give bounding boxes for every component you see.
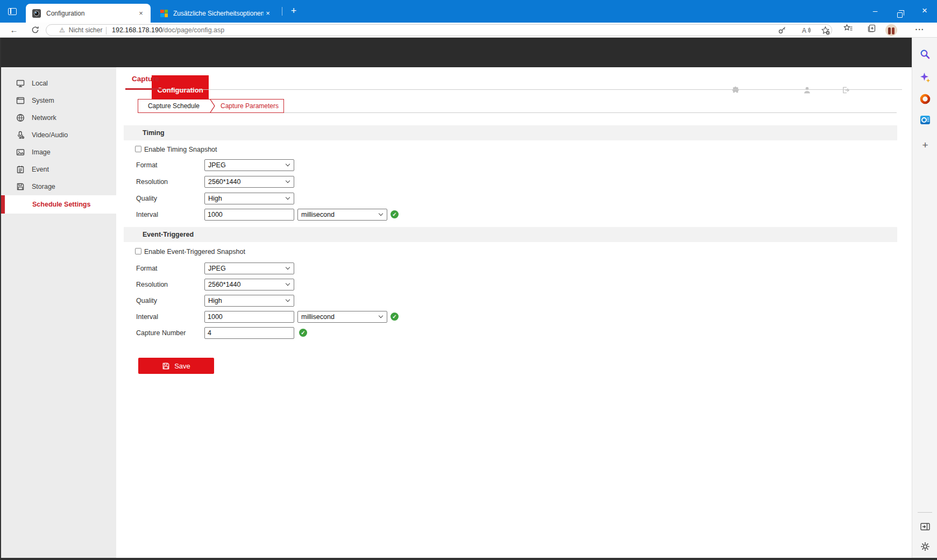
sidebar-item-local[interactable]: Local <box>1 75 116 92</box>
browser-titlebar: Configuration Zusätzliche Sicherheitsopt… <box>0 0 937 23</box>
tab-capture-schedule[interactable]: Capture Schedule <box>138 100 209 112</box>
office-icon[interactable] <box>920 94 931 104</box>
enable-timing-checkbox[interactable] <box>135 146 141 152</box>
tab-divider <box>282 7 282 16</box>
timing-interval-unit-select[interactable]: millisecond <box>297 209 387 221</box>
tab-title: Configuration <box>46 10 137 17</box>
window-left-edge <box>0 38 1 560</box>
timing-quality-row: Quality High <box>124 193 823 204</box>
enable-event-checkbox[interactable] <box>135 248 141 254</box>
title-divider <box>125 89 902 90</box>
search-icon[interactable] <box>920 49 931 60</box>
sidebar-item-video-audio[interactable]: Video/Audio <box>1 126 116 144</box>
event-format-select[interactable]: JPEG <box>204 263 294 274</box>
picture-icon <box>16 148 25 157</box>
profile-avatar[interactable] <box>885 24 897 36</box>
logout-icon <box>842 86 850 94</box>
chevron-down-icon <box>379 211 383 216</box>
edge-sidebar <box>912 38 937 560</box>
tabs-divider <box>278 112 897 113</box>
puzzle-icon <box>732 86 740 94</box>
download-plugin-button[interactable]: Download Plug-in <box>732 86 793 94</box>
close-tab-icon[interactable] <box>137 9 145 18</box>
capture-number-row: Capture Number <box>124 327 823 339</box>
sidebar-item-network[interactable]: Network <box>1 109 116 126</box>
password-key-icon[interactable] <box>778 26 789 36</box>
event-quality-select[interactable]: High <box>204 295 294 307</box>
favorites-bar-icon[interactable] <box>841 24 854 37</box>
timing-interval-row: Interval millisecond <box>124 209 823 221</box>
sidebar-item-image[interactable]: Image <box>1 144 116 161</box>
event-resolution-select[interactable]: 2560*1440 <box>204 279 294 290</box>
sidebar-item-schedule-settings[interactable]: Schedule Settings <box>1 195 116 214</box>
add-sidebar-item-icon[interactable] <box>920 140 931 151</box>
event-resolution-row: Resolution 2560*1440 <box>124 279 823 290</box>
collections-icon[interactable] <box>865 24 878 37</box>
browser-tab-configuration[interactable]: Configuration <box>26 4 151 23</box>
tab-title: Zusätzliche Sicherheitsoptionen <box>173 10 264 17</box>
chevron-down-icon <box>286 179 290 183</box>
browser-toolbar: Nicht sicher 192.168.178.190/doc/page/co… <box>0 23 937 38</box>
not-secure-warning-icon[interactable]: Nicht sicher <box>59 25 102 37</box>
copilot-icon[interactable] <box>920 72 931 83</box>
sidebar-item-event[interactable]: Event <box>1 161 116 178</box>
window-bottom-edge <box>0 558 937 560</box>
chevron-down-icon <box>286 195 290 200</box>
capture-tabs: Capture Schedule Capture Parameters <box>138 99 284 113</box>
timing-interval-input[interactable] <box>204 209 294 221</box>
sidebar-item-system[interactable]: System <box>1 92 116 109</box>
sidebar-divider <box>918 512 932 513</box>
window-icon <box>16 96 25 105</box>
timing-resolution-select[interactable]: 2560*1440 <box>204 176 294 188</box>
browser-tab-security-options[interactable]: Zusätzliche Sicherheitsoptionen <box>155 4 278 23</box>
settings-gear-icon[interactable] <box>920 541 931 552</box>
timing-format-row: Format JPEG <box>124 159 823 171</box>
valid-check-icon <box>391 210 399 218</box>
svg-text:A: A <box>802 27 806 34</box>
title-active-underline <box>125 88 162 90</box>
outlook-icon[interactable] <box>920 115 931 125</box>
event-interval-input[interactable] <box>204 311 294 323</box>
refresh-button[interactable] <box>27 23 42 38</box>
timing-format-select[interactable]: JPEG <box>204 159 294 171</box>
close-window-button[interactable] <box>912 0 937 23</box>
minimize-button[interactable] <box>863 0 888 23</box>
sidebar-item-storage[interactable]: Storage <box>1 178 116 195</box>
chevron-down-icon <box>286 265 290 270</box>
camera-favicon-icon <box>32 9 41 18</box>
chevron-down-icon <box>379 314 383 318</box>
globe-icon <box>16 114 25 122</box>
event-interval-row: Interval millisecond <box>124 311 823 323</box>
tab-capture-parameters[interactable]: Capture Parameters <box>216 100 283 112</box>
capture-number-input[interactable] <box>204 327 294 339</box>
event-quality-row: Quality High <box>124 295 823 307</box>
timing-quality-select[interactable]: High <box>204 193 294 204</box>
chevron-down-icon <box>286 297 290 302</box>
address-bar[interactable]: Nicht sicher 192.168.178.190/doc/page/co… <box>46 24 832 36</box>
open-in-sidebar-icon[interactable] <box>920 521 931 532</box>
tab-actions-button[interactable] <box>4 4 20 19</box>
chevron-down-icon <box>286 281 290 286</box>
valid-check-icon <box>299 329 307 337</box>
microphone-icon <box>16 131 25 139</box>
logout-button[interactable]: Logout <box>842 86 873 94</box>
microsoft-favicon-icon <box>160 10 168 17</box>
valid-check-icon <box>391 313 399 321</box>
chevron-right-icon <box>209 100 216 112</box>
new-tab-button[interactable] <box>287 5 300 18</box>
add-favorite-star-icon[interactable] <box>821 26 832 36</box>
restore-button[interactable] <box>888 0 912 23</box>
settings-menu-icon[interactable] <box>913 24 926 37</box>
event-interval-unit-select[interactable]: millisecond <box>297 311 387 323</box>
page-title: Capture <box>132 75 159 83</box>
read-aloud-icon[interactable]: A <box>801 26 812 36</box>
settings-sidebar: Local System Network Video/Audio Image E… <box>1 67 116 558</box>
url-text[interactable]: 192.168.178.190/doc/page/config.asp <box>112 25 224 37</box>
user-menu[interactable]: admin <box>803 86 832 94</box>
back-button[interactable] <box>6 23 22 38</box>
event-format-row: Format JPEG <box>124 263 823 274</box>
restore-icon <box>897 12 903 18</box>
floppy-icon <box>16 182 25 191</box>
close-tab-icon[interactable] <box>264 9 272 18</box>
save-button[interactable]: Save <box>138 358 214 374</box>
